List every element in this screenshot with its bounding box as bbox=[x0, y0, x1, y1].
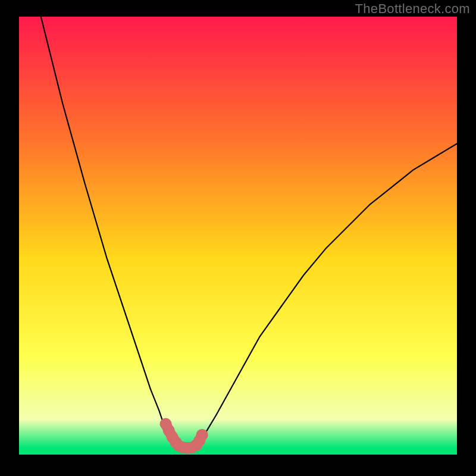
plot-area bbox=[19, 17, 457, 455]
watermark-text: TheBottleneck.com bbox=[355, 1, 470, 17]
marker-dot bbox=[196, 429, 208, 441]
gradient-background bbox=[19, 17, 457, 455]
chart-frame: TheBottleneck.com bbox=[0, 0, 476, 476]
chart-svg bbox=[19, 17, 457, 455]
